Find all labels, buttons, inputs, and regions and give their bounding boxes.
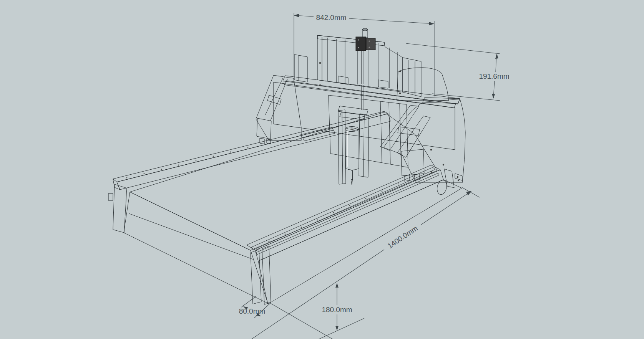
dimension-label-gantry-width: 842.0mm <box>316 13 346 21</box>
dimension-label-gantry-height: 191.6mm <box>479 72 509 80</box>
model-viewport[interactable]: 842.0mm 191.6mm 1400.0mm 80.0mm 180.0mm <box>0 0 644 339</box>
dimension-label-foot-width: 80.0mm <box>239 307 266 315</box>
dimension-label-base-height: 180.0mm <box>322 306 352 314</box>
cnc-router-drawing: 842.0mm 191.6mm 1400.0mm 80.0mm 180.0mm <box>0 0 644 339</box>
stepper-coupling <box>356 37 375 51</box>
